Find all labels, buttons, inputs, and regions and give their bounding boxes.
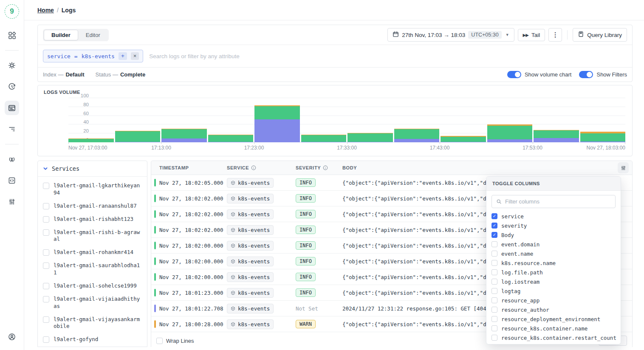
tail-button[interactable]: ▶▶ Tail [518, 29, 545, 41]
service-checkbox[interactable] [43, 336, 49, 343]
service-list-item[interactable]: l9alert-gofynd [38, 333, 147, 346]
toggle-column-item[interactable]: resource_k8s.container.name [491, 324, 616, 333]
filter-chip-remove-button[interactable]: × [131, 52, 139, 60]
toggle-column-item[interactable]: k8s.resource.name [491, 258, 616, 268]
more-options-button[interactable]: ⋮ [548, 28, 562, 42]
filter-chip-add-button[interactable]: + [119, 52, 127, 60]
column-checkbox[interactable]: ✓ [491, 213, 497, 219]
service-list-item[interactable]: l9alert-gmail-vijaiaadhithyas [38, 293, 147, 313]
toggle-column-item[interactable]: ✓service [491, 212, 616, 221]
service-list-item[interactable]: l9alert-gmail-sohelcse1999 [38, 279, 147, 293]
toggle-columns-title: TOGGLE COLUMNS [486, 177, 621, 191]
service-list-item[interactable]: l9alert-gmail-ranaanshul87 [38, 200, 147, 213]
toggle-column-item[interactable]: event.name [491, 249, 616, 258]
service-chip[interactable]: k8s-events [227, 241, 274, 251]
gear-icon[interactable] [5, 58, 19, 73]
show-volume-chart-toggle[interactable] [507, 71, 521, 78]
column-checkbox[interactable] [491, 279, 497, 285]
toggle-column-item[interactable]: resource_author [491, 305, 616, 314]
tab-editor[interactable]: Editor [78, 30, 108, 40]
toggle-column-item[interactable]: resource_app [491, 296, 616, 305]
service-checkbox[interactable] [43, 183, 49, 189]
service-list-item[interactable]: l9alert-gokwik [38, 346, 147, 347]
tab-builder[interactable]: Builder [44, 30, 78, 40]
chart-bar-segment-green [301, 135, 347, 142]
chart-bar-segment-green [161, 129, 207, 138]
column-checkbox[interactable] [491, 316, 497, 322]
breadcrumb-home-link[interactable]: Home [37, 7, 54, 14]
service-list-item[interactable]: l9alert-gmail-rohankmr414 [38, 246, 147, 259]
column-label: resource_app [501, 297, 539, 304]
toolbar-right: 27th Nov, 17:03 → 18:03 UTC+05:30 ▼ ▶▶ T… [387, 28, 627, 42]
service-chip[interactable]: k8s-events [227, 209, 274, 219]
toggle-column-item[interactable]: event.domain [491, 240, 616, 249]
column-checkbox[interactable] [491, 335, 497, 341]
toggle-column-item[interactable]: resource_deployment_environment [491, 314, 616, 324]
column-checkbox[interactable] [491, 297, 497, 303]
column-checkbox[interactable] [491, 325, 497, 331]
service-list-item[interactable]: l9alert-gmail-rishabht123 [38, 213, 147, 226]
chart-bar [347, 133, 393, 142]
service-chip[interactable]: k8s-events [227, 257, 274, 266]
dashboards-icon[interactable] [5, 28, 19, 42]
service-checkbox[interactable] [43, 216, 49, 223]
service-chip[interactable]: k8s-events [227, 288, 274, 298]
column-checkbox[interactable] [491, 269, 497, 275]
service-checkbox[interactable] [43, 262, 49, 269]
logs-icon[interactable] [5, 101, 19, 115]
service-chip[interactable]: k8s-events [227, 304, 274, 313]
column-checkbox[interactable] [491, 307, 497, 313]
service-name: l9alert-gmail-vijayasankarmobile [54, 316, 142, 330]
toggle-column-item[interactable]: ✓severity [491, 221, 616, 230]
service-checkbox[interactable] [43, 296, 49, 302]
sliders-icon[interactable] [5, 195, 19, 209]
wrap-lines-checkbox[interactable] [156, 338, 163, 344]
chart-bar-segment-purple [254, 119, 300, 142]
toggle-column-item[interactable]: logtag [491, 286, 616, 296]
last9-logo[interactable]: 9 [5, 4, 19, 19]
service-chip[interactable]: k8s-events [227, 272, 274, 282]
history-alert-icon[interactable] [5, 79, 19, 94]
log-timestamp-cell: Nov 27, 18:02:02.000 [151, 210, 227, 218]
user-account-icon[interactable] [5, 330, 19, 344]
service-list-item[interactable]: l9alert-gmail-saurabhlodha11 [38, 259, 147, 279]
traces-icon[interactable] [5, 122, 19, 136]
service-checkbox[interactable] [43, 283, 49, 289]
chart-bar [208, 135, 254, 142]
service-chip[interactable]: k8s-events [227, 319, 274, 329]
toggle-column-item[interactable]: ✓Body [491, 230, 616, 240]
filter-columns-input[interactable] [505, 198, 611, 205]
toggle-column-item[interactable]: log.file.path [491, 268, 616, 277]
service-list-item[interactable]: l9alert-gmail-vijayasankarmobile [38, 313, 147, 333]
service-checkbox[interactable] [43, 316, 49, 323]
service-chip[interactable]: k8s-events [227, 194, 274, 203]
service-list-item[interactable]: l9alert-gmail-rishi-b-agrawal [38, 226, 147, 246]
datetime-range-button[interactable]: 27th Nov, 17:03 → 18:03 UTC+05:30 ▼ [387, 28, 514, 42]
show-filters-toggle[interactable] [579, 71, 593, 78]
column-checkbox[interactable] [491, 241, 497, 247]
column-checkbox[interactable] [491, 251, 497, 257]
service-list-item[interactable]: l9alert-gmail-lgkarthikeyan94 [38, 179, 147, 200]
service-chip[interactable]: k8s-events [227, 225, 274, 235]
column-header-timestamp: TIMESTAMP [151, 165, 227, 170]
column-checkbox[interactable] [491, 288, 497, 294]
service-chip[interactable]: k8s-events [227, 178, 274, 188]
chart-x-tick [533, 142, 533, 144]
column-settings-button[interactable] [618, 162, 629, 173]
query-library-button[interactable]: Query Library [573, 28, 627, 42]
search-logs-input[interactable] [149, 53, 627, 59]
column-checkbox[interactable]: ✓ [491, 232, 497, 238]
services-panel-header[interactable]: Services [38, 161, 147, 177]
severity-badge: INFO [296, 288, 316, 297]
toggle-column-item[interactable]: resource_k8s.container.restart_count [491, 333, 616, 342]
log-timestamp: Nov 27, 18:02:02.000 [159, 211, 223, 217]
column-checkbox[interactable] [491, 260, 497, 266]
service-checkbox[interactable] [43, 229, 49, 236]
column-checkbox[interactable]: ✓ [491, 223, 497, 229]
integrations-icon[interactable] [5, 173, 19, 188]
filter-chip[interactable]: service = k8s-events + × [43, 50, 143, 62]
service-checkbox[interactable] [43, 203, 49, 209]
service-checkbox[interactable] [43, 249, 49, 256]
toggle-column-item[interactable]: log.iostream [491, 277, 616, 286]
broadcast-icon[interactable] [5, 152, 19, 167]
